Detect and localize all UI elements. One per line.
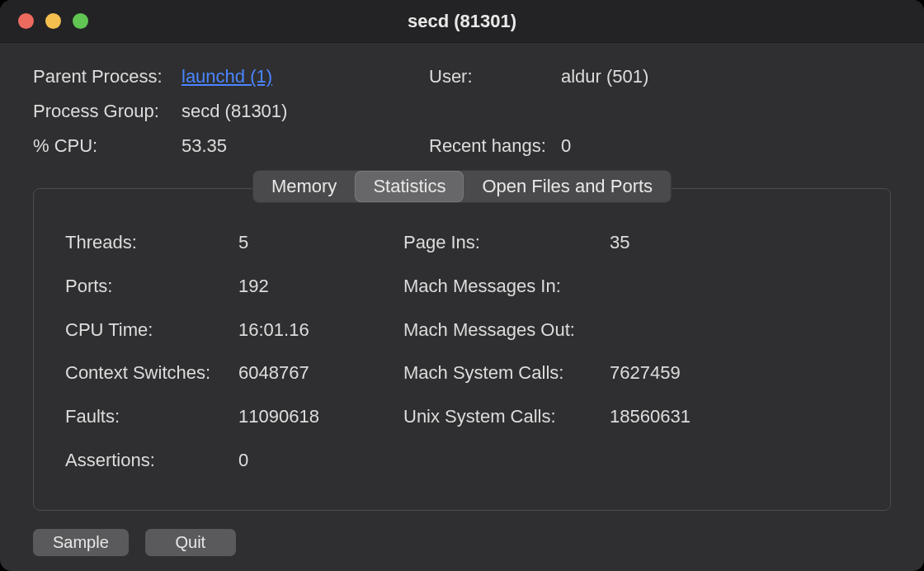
traffic-lights [0,13,88,29]
stat-label: Threads: [65,232,238,253]
stat-value: 192 [238,276,403,297]
recent-hangs-value: 0 [561,135,891,157]
statistics-grid: Threads:5Page Ins:35Ports:192Mach Messag… [65,232,859,477]
zoom-icon[interactable] [73,13,88,29]
minimize-icon[interactable] [45,13,61,29]
close-icon[interactable] [18,13,34,29]
stat-label: Assertions: [65,450,238,471]
stat-label: Page Ins: [403,232,610,253]
user-label: User: [429,66,561,87]
stat-value: 16:01.16 [238,319,403,341]
statistics-panel: Threads:5Page Ins:35Ports:192Mach Messag… [33,188,891,511]
stat-label: Context Switches: [65,362,238,384]
process-header: Parent Process: launchd (1) User: aldur … [33,66,891,157]
stat-label: Mach Messages Out: [403,319,610,341]
parent-process-link[interactable]: launchd (1) [182,66,272,87]
stat-value: 11090618 [238,406,403,427]
tab-memory[interactable]: Memory [253,171,355,202]
stat-label: Faults: [65,406,238,427]
quit-button[interactable]: Quit [145,529,236,556]
window-title: secd (81301) [0,11,924,32]
titlebar: secd (81301) [0,0,924,43]
stat-value: 0 [238,450,403,471]
cpu-value: 53.35 [182,135,429,157]
stat-label: Ports: [65,276,238,297]
stat-value: 7627459 [610,362,859,384]
footer-buttons: Sample Quit [33,529,891,556]
tab-statistics[interactable]: Statistics [355,171,464,202]
process-info-window: secd (81301) Parent Process: launchd (1)… [0,0,924,571]
parent-process-label: Parent Process: [33,66,182,87]
stat-value: 35 [610,232,859,253]
tabs: Memory Statistics Open Files and Ports [252,170,672,203]
stat-label: Unix System Calls: [403,406,610,427]
tab-open-files[interactable]: Open Files and Ports [464,171,671,202]
user-value: aldur (501) [561,66,891,87]
stat-value: 18560631 [610,406,859,427]
process-group-value: secd (81301) [182,101,429,122]
stat-label: Mach Messages In: [403,276,610,297]
process-group-label: Process Group: [33,101,182,122]
detail-section: Memory Statistics Open Files and Ports T… [33,188,891,511]
stat-label: CPU Time: [65,319,238,341]
sample-button[interactable]: Sample [33,529,129,556]
stat-label: Mach System Calls: [403,362,610,384]
stat-value: 6048767 [238,362,403,384]
stat-value: 5 [238,232,403,253]
recent-hangs-label: Recent hangs: [429,135,561,157]
cpu-label: % CPU: [33,135,182,157]
content: Parent Process: launchd (1) User: aldur … [0,43,924,571]
